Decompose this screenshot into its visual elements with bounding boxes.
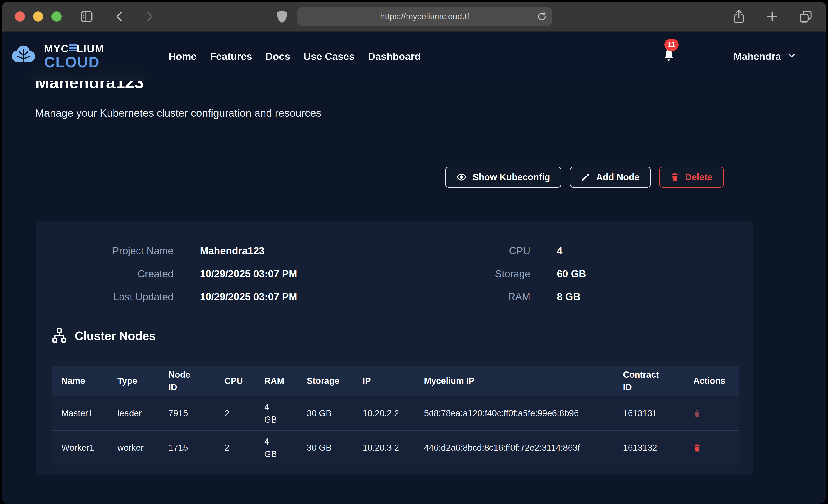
last-updated-value: 10/29/2025 03:07 PM	[200, 285, 375, 308]
table-header-row: Name Type Node ID CPU RAM Storage IP Myc…	[52, 366, 739, 396]
delete-node-button[interactable]	[693, 444, 701, 453]
page-body: Mahendra123 Manage your Kubernetes clust…	[2, 32, 826, 503]
reload-icon[interactable]	[536, 11, 547, 22]
cell-contract-id: 1613132	[623, 442, 693, 454]
new-tab-icon[interactable]	[765, 10, 779, 23]
add-node-button[interactable]: Add Node	[570, 167, 651, 188]
sidebar-toggle-icon[interactable]	[80, 9, 94, 24]
col-contract-id: Contract ID	[623, 369, 665, 394]
trash-icon	[693, 444, 701, 453]
safari-window: https://myceliumcloud.tf	[2, 2, 826, 504]
eye-icon	[456, 172, 466, 182]
show-kubeconfig-button[interactable]: Show Kubeconfig	[445, 167, 562, 188]
privacy-shield-icon[interactable]	[276, 10, 288, 24]
network-icon	[52, 328, 67, 344]
tab-overview-icon[interactable]	[798, 9, 813, 24]
col-name: Name	[61, 375, 117, 387]
nav-links: Home Features Docs Use Cases Dashboard	[168, 51, 421, 62]
col-ram: RAM	[264, 375, 307, 387]
cell-type: leader	[117, 407, 168, 420]
trash-icon	[693, 409, 701, 418]
ram-value: 8 GB	[557, 285, 737, 308]
cluster-details-grid: Project Name Mahendra123 CPU 4 Created 1…	[52, 237, 737, 308]
pencil-icon	[581, 172, 590, 182]
nav-item-features[interactable]: Features	[210, 51, 252, 62]
cell-ip: 10.20.3.2	[363, 442, 424, 454]
cell-type: worker	[117, 442, 168, 454]
site-navbar: MYCELIUM CLOUD Home Features Docs Use Ca…	[2, 32, 826, 81]
cell-mycelium-ip: 5d8:78ea:a120:f40c:ff0f:a5fe:99e6:8b96	[424, 407, 608, 420]
nav-item-docs[interactable]: Docs	[265, 51, 290, 62]
delete-cluster-button[interactable]: Delete	[659, 167, 724, 188]
nav-item-dashboard[interactable]: Dashboard	[368, 51, 421, 62]
add-node-label: Add Node	[596, 172, 639, 182]
cell-node-id: 1715	[168, 442, 224, 454]
zoom-window-button[interactable]	[51, 11, 61, 22]
cpu-value: 4	[557, 239, 737, 262]
address-bar[interactable]: https://myceliumcloud.tf	[297, 7, 552, 26]
project-name-value: Mahendra123	[200, 239, 375, 262]
created-label: Created	[52, 262, 173, 285]
logo-text: MYCELIUM CLOUD	[44, 43, 104, 70]
cell-cpu: 2	[224, 442, 264, 454]
cell-contract-id: 1613131	[623, 407, 693, 420]
back-icon[interactable]	[114, 10, 126, 23]
delete-label: Delete	[685, 172, 713, 182]
notification-badge: 11	[664, 39, 678, 51]
bell-icon	[662, 60, 676, 64]
storage-value: 60 GB	[557, 262, 737, 285]
minimize-window-button[interactable]	[33, 11, 43, 22]
col-actions: Actions	[693, 375, 739, 387]
trash-icon	[670, 172, 679, 182]
cell-name: Master1	[61, 407, 117, 420]
ram-label: RAM	[401, 285, 530, 308]
traffic-lights	[15, 11, 61, 22]
nav-item-use-cases[interactable]: Use Cases	[303, 51, 355, 62]
cell-storage: 30 GB	[307, 442, 363, 454]
cell-ram: 4 GB	[264, 401, 307, 426]
forward-icon[interactable]	[143, 10, 155, 23]
user-name: Mahendra	[733, 51, 781, 62]
logo-cloud-icon	[9, 43, 38, 70]
cluster-actions-toolbar: Show Kubeconfig Add Node	[2, 167, 826, 188]
page-subtitle: Manage your Kubernetes cluster configura…	[35, 107, 826, 120]
cluster-nodes-header: Cluster Nodes	[52, 328, 737, 344]
browser-toolbar: https://myceliumcloud.tf	[2, 2, 826, 32]
cell-cpu: 2	[224, 407, 264, 420]
table-row: Master1 leader 7915 2 4 GB 30 GB 10.20.2…	[52, 396, 739, 430]
url-text: https://myceliumcloud.tf	[380, 12, 469, 22]
col-cpu: CPU	[224, 375, 264, 387]
project-name-label: Project Name	[52, 239, 173, 262]
share-icon[interactable]	[732, 9, 746, 24]
delete-node-button[interactable]	[693, 409, 701, 418]
col-mycelium-ip: Mycelium IP	[424, 375, 623, 387]
col-node-id: Node ID	[168, 369, 197, 394]
cluster-nodes-title: Cluster Nodes	[75, 329, 156, 343]
storage-label: Storage	[401, 262, 530, 285]
cell-ram: 4 GB	[264, 435, 307, 461]
col-storage: Storage	[307, 375, 363, 387]
cell-storage: 30 GB	[307, 407, 363, 420]
cell-name: Worker1	[61, 442, 117, 454]
cluster-nodes-table: Name Type Node ID CPU RAM Storage IP Myc…	[52, 366, 739, 465]
user-menu[interactable]: Mahendra	[733, 51, 796, 62]
created-value: 10/29/2025 03:07 PM	[200, 262, 375, 285]
col-ip: IP	[363, 375, 424, 387]
site-logo[interactable]: MYCELIUM CLOUD	[9, 43, 104, 70]
last-updated-label: Last Updated	[52, 285, 173, 308]
show-kubeconfig-label: Show Kubeconfig	[472, 172, 550, 182]
chevron-down-icon	[787, 51, 796, 62]
close-window-button[interactable]	[15, 11, 25, 22]
notifications-button[interactable]: 11	[662, 49, 676, 64]
col-type: Type	[117, 375, 168, 387]
cell-ip: 10.20.2.2	[363, 407, 424, 420]
cluster-details-card: Project Name Mahendra123 CPU 4 Created 1…	[36, 221, 753, 475]
cpu-label: CPU	[401, 239, 530, 262]
cell-node-id: 7915	[168, 407, 224, 420]
cell-mycelium-ip: 446:d2a6:8bcd:8c16:ff0f:72e2:3114:863f	[424, 442, 608, 454]
table-row: Worker1 worker 1715 2 4 GB 30 GB 10.20.3…	[52, 430, 739, 465]
nav-item-home[interactable]: Home	[168, 51, 197, 62]
desktop: https://myceliumcloud.tf	[0, 0, 828, 504]
